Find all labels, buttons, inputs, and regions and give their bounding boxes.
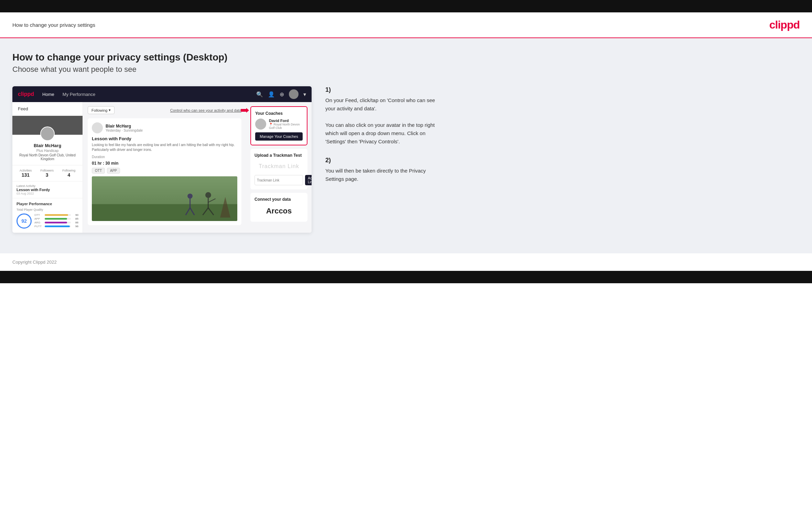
instruction-step-2: 2) You will then be taken directly to th… [325,157,442,183]
user-avatar[interactable] [289,89,299,99]
svg-rect-2 [92,204,237,221]
coach-club-name: Royal North Devon Golf Club [269,123,300,130]
add-icon[interactable]: ⊕ [280,91,284,98]
bar-app-track [45,218,71,220]
post-image [92,176,237,221]
profile-banner [12,116,83,135]
post-tag-app: APP [107,168,120,174]
following-chevron: ▾ [109,108,111,112]
stat-following-label: Following [62,169,75,172]
stat-following-value: 4 [62,172,75,178]
content-layout: clippd Home My Performance 🔍 👤 ⊕ ▾ Feed [12,86,800,233]
quality-bars: OTT 90 APP [34,213,78,229]
bar-app: APP 85 [34,217,78,220]
app-nav-performance[interactable]: My Performance [63,92,95,97]
bar-putt-track [45,225,71,227]
post-avatar [92,122,103,133]
trackman-title: Upload a Trackman Test [255,153,303,158]
bar-putt-num: 96 [72,225,78,228]
stat-followers: Followers 3 [40,169,54,178]
app-mockup: clippd Home My Performance 🔍 👤 ⊕ ▾ Feed [12,86,312,233]
app-logo: clippd [18,91,34,97]
instruction-step-1: 1) On your Feed, click/tap on 'Control w… [325,86,442,146]
bar-arg-track [45,222,71,223]
profile-avatar [40,126,55,141]
stat-activities-label: Activities [20,169,32,172]
stat-following: Following 4 [62,169,75,178]
quality-row: 92 OTT 90 APP [17,213,78,229]
footer: Copyright Clippd 2022 [0,253,812,271]
bar-arg-fill [45,222,67,223]
bar-ott: OTT 90 [34,213,78,217]
post-tags: OTT APP [92,168,237,174]
app-sidebar: Feed Blair McHarg Plus Handicap Royal No… [12,102,83,233]
quality-label: Total Player Quality [17,208,78,211]
feed-tab[interactable]: Feed [12,102,83,116]
app-nav-right: 🔍 👤 ⊕ ▾ [256,89,306,99]
step-1-text: On your Feed, click/tap on 'Control who … [325,96,442,146]
instructions-panel: 1) On your Feed, click/tap on 'Control w… [325,86,442,194]
player-performance-section: Player Performance Total Player Quality … [12,198,83,232]
add-link-button[interactable]: Add Link [305,175,312,185]
bar-arg: ARG 86 [34,221,78,224]
step-2-text: You will then be taken directly to the P… [325,167,442,183]
location-icon: 📍 [269,123,273,126]
manage-coaches-button[interactable]: Manage Your Coaches [255,132,303,141]
app-feed-area: Following ▾ Control who can see your act… [83,102,246,233]
coach-info: David Ford 📍 Royal North Devon Golf Club [269,119,303,130]
post-author-info: Blair McHarg Yesterday · Sunningdale [106,124,143,132]
post-title: Lesson with Fordy [92,136,237,141]
copyright-text: Copyright Clippd 2022 [12,260,57,265]
control-privacy-link[interactable]: Control who can see your activity and da… [170,108,241,112]
quality-score: 92 [17,213,32,229]
coach-row: David Ford 📍 Royal North Devon Golf Club [255,119,303,130]
bar-ott-label: OTT [34,213,43,217]
arccos-brand: Arccos [255,205,303,218]
bar-putt: PUTT 96 [34,225,78,228]
trackman-input[interactable] [255,175,303,185]
activity-post: Blair McHarg Yesterday · Sunningdale Les… [88,118,241,225]
search-icon[interactable]: 🔍 [256,91,263,98]
feed-header: Following ▾ Control who can see your act… [88,106,241,114]
clippd-logo: clippd [769,19,800,31]
coaches-title: Your Coaches [255,111,303,116]
trackman-input-row: Add Link [255,175,303,185]
profile-club: Royal North Devon Golf Club, United King… [17,153,78,161]
step-2-number: 2) [325,157,442,164]
chevron-down-icon[interactable]: ▾ [303,91,306,98]
red-arrow-icon [241,108,249,113]
coach-club: 📍 Royal North Devon Golf Club [269,123,303,130]
post-body: Looking to feel like my hands are exitin… [92,143,237,152]
bar-putt-fill [45,225,70,227]
bar-app-label: APP [34,217,43,220]
person-icon[interactable]: 👤 [268,91,275,98]
stat-activities: Activities 131 [20,169,32,178]
latest-date: 03 Aug 2022 [17,192,78,195]
latest-activity: Lesson with Fordy [17,188,78,192]
profile-stats: Activities 131 Followers 3 Following 4 [12,165,83,181]
bar-ott-fill [45,214,68,216]
top-bar [0,0,812,12]
bar-app-fill [45,218,67,220]
following-button[interactable]: Following ▾ [88,106,115,114]
coach-name: David Ford [269,119,303,123]
header: How to change your privacy settings clip… [0,12,812,38]
app-body: Feed Blair McHarg Plus Handicap Royal No… [12,102,312,233]
trackman-box: Upload a Trackman Test Trackman Link Add… [250,149,307,189]
stat-activities-value: 131 [20,172,32,178]
svg-marker-0 [241,108,249,113]
stat-followers-label: Followers [40,169,54,172]
bottom-bar [0,271,812,283]
connect-title: Connect your data [255,197,303,202]
header-title: How to change your privacy settings [12,22,95,28]
page-heading: How to change your privacy settings (Des… [12,52,800,63]
latest-activity-section: Latest Activity Lesson with Fordy 03 Aug… [12,181,83,198]
app-right-sidebar: Your Coaches David Ford 📍 Royal North De… [246,102,312,233]
bar-putt-label: PUTT [34,225,43,228]
post-header: Blair McHarg Yesterday · Sunningdale [92,122,237,133]
page-subheading: Choose what you want people to see [12,65,800,74]
step-1-number: 1) [325,86,442,93]
profile-tier: Plus Handicap [17,149,78,153]
app-nav-home[interactable]: Home [42,92,54,97]
coach-avatar [255,119,266,130]
